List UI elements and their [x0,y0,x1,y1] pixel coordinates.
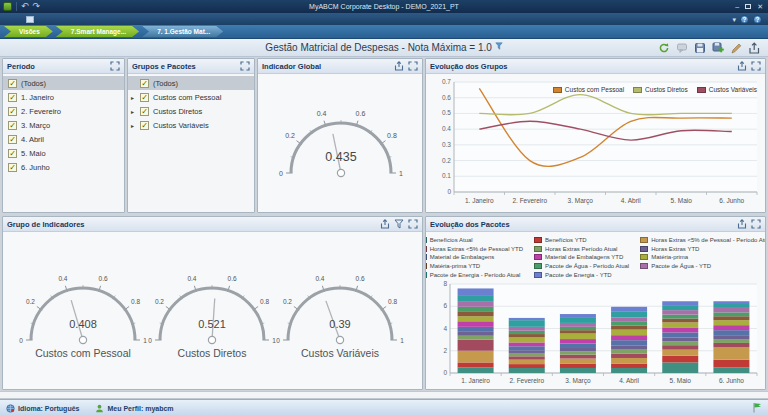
panel-evolucao-dos-pacotes: Evolução dos Pacotes Benefícios AtualBen… [425,216,766,390]
expand-caret-icon[interactable]: ▸ [131,122,138,129]
checkbox-icon[interactable]: ✓ [8,93,17,102]
checkbox-icon[interactable]: ✓ [140,93,149,102]
list-item[interactable]: ▸✓Custos com Pessoal [128,90,254,104]
language-status[interactable]: Idioma: Português [6,404,79,413]
legend-swatch [426,237,427,243]
panel-title: Evolução dos Pacotes [430,220,737,229]
panel-header-indicador-global: Indicador Global [258,59,422,74]
list-item-label: 6. Junho [21,163,50,172]
profile-status[interactable]: Meu Perfil: myabcm [95,404,173,413]
breadcrumb-tab-label: 7. 1.Gestão Mat... [157,28,210,35]
close-button[interactable]: ✕ [757,3,763,11]
expand-icon[interactable] [408,61,418,71]
svg-text:6. Junho: 6. Junho [719,377,744,384]
svg-text:0.4: 0.4 [315,275,324,282]
legend-label: Benefícios YTD [545,237,587,243]
export-icon[interactable] [737,61,747,71]
export-icon[interactable] [394,61,404,71]
breadcrumb-tab-1[interactable]: Visões [4,26,53,37]
legend-entry: Horas Extras Período Atual [534,245,629,252]
periodo-filter-list: ✓(Todos)✓1. Janeiro✓2. Fevereiro✓3. Març… [3,74,124,212]
horizontal-scrollbar[interactable] [0,391,768,399]
svg-text:0.1: 0.1 [442,172,451,179]
list-item[interactable]: ✓4. Abril [3,132,124,146]
export-icon[interactable] [380,219,390,229]
refresh-icon[interactable] [658,42,670,54]
checkbox-icon[interactable]: ✓ [140,121,149,130]
chevron-down-icon[interactable]: ▾ [732,16,736,23]
help-icon[interactable]: ? [740,15,749,24]
expand-icon[interactable] [110,61,120,71]
legend-swatch [426,246,427,252]
legend-label: Custos com Pessoal [565,86,624,93]
list-item[interactable]: ✓1. Janeiro [3,90,124,104]
edit-icon[interactable] [730,42,742,54]
comments-icon[interactable] [676,42,688,54]
svg-text:0.2: 0.2 [155,298,164,305]
svg-text:0.8: 0.8 [131,298,140,305]
list-item[interactable]: ▸✓Custos Variáveis [128,118,254,132]
legend-entry: Benefícios YTD [534,236,629,243]
checkbox-icon[interactable]: ✓ [8,163,17,172]
legend-entry: Horas Extras YTD [640,245,765,252]
expand-icon[interactable] [240,61,250,71]
maximize-button[interactable] [745,4,751,9]
list-item-label: 5. Maio [21,149,46,158]
svg-text:Custos Diretos: Custos Diretos [178,347,247,359]
legend-label: Matéria-prima [651,254,688,260]
checkbox-icon[interactable]: ✓ [140,107,149,116]
svg-text:0.4: 0.4 [317,110,327,117]
expand-caret-icon[interactable]: ▸ [131,108,138,115]
dashboard-area: Período ✓(Todos)✓1. Janeiro✓2. Fevereiro… [0,57,768,391]
list-item[interactable]: ✓(Todos) [128,76,254,90]
svg-text:4. Abril: 4. Abril [621,197,641,204]
expand-icon[interactable] [751,61,761,71]
svg-text:0.521: 0.521 [198,318,226,330]
line-chart-legend: Custos com PessoalCustos DiretosCustos V… [553,86,757,93]
svg-text:0: 0 [447,188,451,195]
window-mini-icon[interactable] [26,16,34,23]
checkbox-icon[interactable]: ✓ [8,107,17,116]
legend-swatch [534,263,542,269]
checkbox-icon[interactable]: ✓ [8,79,17,88]
list-item[interactable]: ✓3. Março [3,118,124,132]
filter-icon[interactable] [495,42,503,50]
legend-label: Horas Extras Período Atual [545,246,617,252]
save-icon[interactable] [694,42,706,54]
svg-text:4. Abril: 4. Abril [619,377,639,384]
list-item[interactable]: ▸✓Custos Diretos [128,104,254,118]
page-header: Gestão Matricial de Despesas - Nota Máxi… [0,39,768,57]
list-item-label: 3. Março [21,121,50,130]
svg-text:3. Março: 3. Março [565,377,591,385]
list-item[interactable]: ✓5. Maio [3,146,124,160]
list-item-label: 1. Janeiro [21,93,54,102]
expand-icon[interactable] [408,219,418,229]
checkbox-icon[interactable]: ✓ [8,149,17,158]
list-item[interactable]: ✓(Todos) [3,76,124,90]
legend-entry: Benefícios Atual [426,236,523,243]
breadcrumb-tab-2[interactable]: 7.Smart Manage... [56,26,139,37]
page-title: Gestão Matricial de Despesas - Nota Máxi… [0,42,768,53]
info-icon[interactable]: ? [753,15,762,24]
flag-icon[interactable] [752,402,762,414]
export-icon[interactable] [737,219,747,229]
checkbox-icon[interactable]: ✓ [8,121,17,130]
minimize-button[interactable]: – [735,3,739,11]
svg-text:4: 4 [443,325,447,332]
panel-title: Evolução dos Grupos [430,62,737,71]
filter-icon[interactable] [394,219,404,229]
expand-icon[interactable] [751,219,761,229]
checkbox-icon[interactable]: ✓ [140,79,149,88]
evolucao-grupos-line-chart: 00.10.20.30.40.50.60.71. Janeiro2. Fever… [426,74,765,212]
list-item-label: (Todos) [153,79,178,88]
window-titlebar: ↶ ↷ MyABCM Corporate Desktop - DEMO_2021… [0,0,768,13]
breadcrumb-tab-3[interactable]: 7. 1.Gestão Mat... [142,26,223,37]
checkbox-icon[interactable]: ✓ [8,135,17,144]
list-item[interactable]: ✓2. Fevereiro [3,104,124,118]
expand-caret-icon[interactable]: ▸ [131,94,138,101]
export-icon[interactable] [748,42,760,54]
svg-text:0.2: 0.2 [442,157,451,164]
list-item[interactable]: ✓6. Junho [3,160,124,174]
indicador-global-gauge-area: 00.20.40.60.810.435 [258,74,422,212]
save-add-icon[interactable] [712,42,724,54]
